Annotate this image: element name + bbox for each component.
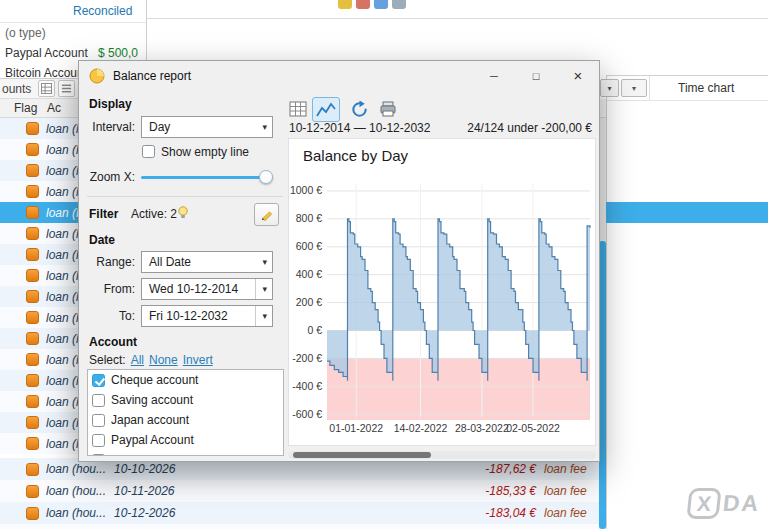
account-checkbox-item[interactable]: Paypal Account xyxy=(88,430,283,450)
scheduled-icon xyxy=(26,143,39,156)
filter-active-count: Active: 2 xyxy=(131,207,177,221)
column-header-account[interactable]: Ac xyxy=(47,101,61,115)
select-link-invert[interactable]: Invert xyxy=(183,353,213,367)
chart-options-dropdown[interactable]: ▾ xyxy=(621,79,647,97)
toolbar-icon-2[interactable] xyxy=(356,0,370,9)
toolbar-icon-1[interactable] xyxy=(338,0,352,9)
print-button[interactable] xyxy=(379,100,397,118)
to-label: To: xyxy=(79,309,135,323)
scheduled-icon xyxy=(26,463,39,476)
checkbox[interactable] xyxy=(92,394,105,407)
toolbar-icon-3[interactable] xyxy=(374,0,388,9)
row-payee: loan (hou... xyxy=(46,506,114,520)
window-top-edge xyxy=(147,18,768,19)
svg-text:02-05-2022: 02-05-2022 xyxy=(506,422,560,434)
row-category: loan fee xyxy=(544,484,587,498)
checkbox[interactable] xyxy=(92,414,105,427)
printer-icon xyxy=(379,100,397,118)
lightbulb-icon xyxy=(177,206,189,220)
refresh-icon xyxy=(350,100,369,119)
close-button[interactable]: × xyxy=(557,61,599,91)
scheduled-icon xyxy=(26,290,39,303)
table-view-button[interactable] xyxy=(38,80,55,97)
select-link-all[interactable]: All xyxy=(131,353,144,367)
account-checkbox-item[interactable]: Saving account xyxy=(88,390,283,410)
maximize-button[interactable]: □ xyxy=(515,61,557,91)
scheduled-icon xyxy=(26,164,39,177)
horizontal-scrollbar-thumb[interactable] xyxy=(293,452,431,458)
dialog-title: Balance report xyxy=(113,69,191,83)
table-row[interactable]: loan (hou...10-11-2026-185,33 €loan fee xyxy=(0,480,600,502)
show-empty-line-checkbox[interactable] xyxy=(142,145,155,158)
checkbox[interactable] xyxy=(92,374,105,387)
dialog-titlebar[interactable]: Balance report ─ □ × xyxy=(79,61,599,91)
list-view-button[interactable] xyxy=(58,80,75,97)
column-header-flag[interactable]: Flag xyxy=(14,101,37,115)
report-date-range: 10-12-2014 — 10-12-2032 xyxy=(289,121,430,135)
svg-text:1000 €: 1000 € xyxy=(290,184,322,196)
account-checkbox-item[interactable]: Cheque account xyxy=(88,370,283,390)
show-empty-line-label[interactable]: Show empty line xyxy=(161,145,249,159)
account-name[interactable]: Bitcoin Account xyxy=(5,66,87,80)
interval-combobox[interactable]: Day ▾ xyxy=(141,116,273,138)
account-checkbox-item[interactable]: Japan account xyxy=(88,410,283,430)
panel-divider xyxy=(649,76,650,100)
from-date-combobox[interactable]: Wed 10-12-2014 ▾ xyxy=(141,278,273,300)
checkbox[interactable] xyxy=(92,454,105,457)
scheduled-icon xyxy=(26,185,39,198)
refresh-button[interactable] xyxy=(349,99,369,119)
checkbox[interactable] xyxy=(92,434,105,447)
time-chart-panel: Time chart xyxy=(606,75,768,529)
horizontal-scrollbar[interactable] xyxy=(288,451,596,459)
vertical-scrollbar-thumb[interactable] xyxy=(599,241,606,529)
row-date: 10-11-2026 xyxy=(114,484,184,498)
edit-filter-button[interactable] xyxy=(254,203,279,226)
chart-title: Balance by Day xyxy=(303,147,408,164)
chart-view-toggle[interactable] xyxy=(312,97,340,122)
account-checkbox-item[interactable]: Bitcoin Account xyxy=(88,450,283,456)
account-item-label: Saving account xyxy=(111,393,193,407)
slider-handle[interactable] xyxy=(259,170,273,184)
svg-text:01-01-2022: 01-01-2022 xyxy=(329,422,383,434)
reconciled-column-header-label[interactable]: Reconciled xyxy=(73,4,132,18)
separator xyxy=(87,196,283,197)
from-label: From: xyxy=(79,282,135,296)
svg-text:14-02-2022: 14-02-2022 xyxy=(394,422,448,434)
date-range-combobox[interactable]: All Date ▾ xyxy=(141,251,273,273)
table-row[interactable]: loan (hou...10-12-2026-183,04 €loan fee xyxy=(0,502,600,524)
row-category: loan fee xyxy=(544,506,587,520)
list-icon xyxy=(61,83,72,94)
to-date-combobox[interactable]: Fri 10-12-2032 ▾ xyxy=(141,305,273,327)
balance-chart[interactable]: 1000 €800 €600 €400 €200 €0 €-200 €-400 … xyxy=(288,138,596,446)
slider-track[interactable] xyxy=(141,176,273,179)
account-item-label: Bitcoin Account xyxy=(111,453,193,456)
account-list[interactable]: Cheque accountSaving accountJapan accoun… xyxy=(87,369,284,456)
line-chart-icon xyxy=(316,102,336,118)
chart-type-dropdown[interactable]: ▾ xyxy=(600,79,619,97)
toolbar-icon-4[interactable] xyxy=(392,0,406,9)
transactions-table-bottom: loan (hou...10-10-2026-187,62 €loan feel… xyxy=(0,458,600,529)
interval-label: Interval: xyxy=(79,120,135,134)
scheduled-icon xyxy=(26,374,39,387)
svg-text:400 €: 400 € xyxy=(296,268,322,280)
account-name[interactable]: Paypal Account xyxy=(5,46,88,60)
scheduled-icon xyxy=(26,227,39,240)
grid-icon xyxy=(41,83,52,94)
select-link-none[interactable]: None xyxy=(149,353,178,367)
account-item-label: Cheque account xyxy=(111,373,198,387)
chevron-down-icon: ▾ xyxy=(262,122,267,132)
svg-text:200 €: 200 € xyxy=(296,296,322,308)
svg-text:600 €: 600 € xyxy=(296,240,322,252)
window-controls: ─ □ × xyxy=(473,61,599,91)
watermark-da: DA xyxy=(721,490,761,517)
zoom-x-label: Zoom X: xyxy=(79,170,135,184)
date-range-value: All Date xyxy=(149,255,191,269)
minimize-button[interactable]: ─ xyxy=(473,61,515,91)
table-view-toggle[interactable] xyxy=(289,100,307,118)
table-row[interactable]: loan (hou... xyxy=(0,524,600,529)
zoom-x-slider[interactable] xyxy=(141,169,273,185)
vertical-scrollbar[interactable] xyxy=(599,118,606,529)
scheduled-icon xyxy=(26,311,39,324)
svg-text:0 €: 0 € xyxy=(307,324,322,336)
chart-canvas: 1000 €800 €600 €400 €200 €0 €-200 €-400 … xyxy=(289,139,597,447)
